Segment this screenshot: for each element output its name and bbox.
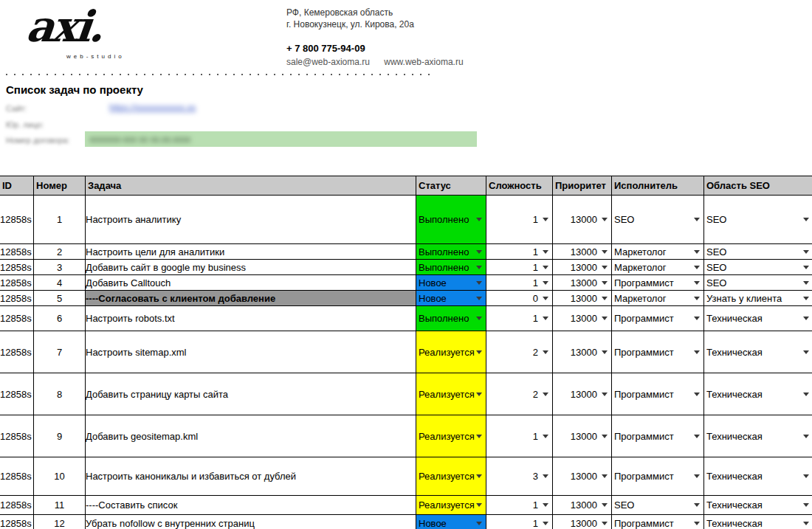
cell-number: 8 <box>34 373 86 415</box>
priority-select[interactable]: 13000 <box>553 496 612 515</box>
assignee-select[interactable]: Программист <box>612 275 704 291</box>
chevron-down-icon <box>543 266 548 269</box>
status-select[interactable]: Реализуется <box>416 373 486 415</box>
assignee-select-content: SEO <box>612 499 703 511</box>
difficulty-select[interactable]: 0 <box>486 291 553 306</box>
seo-area-value: Техническая <box>706 431 763 442</box>
difficulty-value: 1 <box>533 499 538 511</box>
priority-select[interactable]: 13000 <box>553 515 612 529</box>
site-label: Сайт: <box>6 104 27 113</box>
priority-value: 13000 <box>571 246 597 257</box>
assignee-select[interactable]: Маркетолог <box>612 260 704 275</box>
seo-area-select-content: SEO <box>704 262 812 273</box>
assignee-select[interactable]: Программист <box>612 457 704 496</box>
chevron-down-icon <box>602 281 608 285</box>
seo-area-value: Техническая <box>706 518 763 529</box>
chevron-down-icon <box>602 297 608 300</box>
status-select[interactable]: Новое <box>416 275 486 291</box>
difficulty-select-content: 1 <box>486 499 552 511</box>
difficulty-value: 2 <box>533 347 538 358</box>
cell-number: 3 <box>34 260 86 275</box>
difficulty-select[interactable]: 1 <box>486 415 553 457</box>
seo-area-select[interactable]: SEO <box>704 196 812 244</box>
difficulty-select[interactable]: 2 <box>486 331 553 373</box>
status-select-content: Реализуется <box>416 431 486 442</box>
priority-select[interactable]: 13000 <box>553 260 612 275</box>
chevron-down-icon <box>803 435 809 438</box>
chevron-down-icon <box>602 218 608 221</box>
chevron-down-icon <box>543 474 548 478</box>
difficulty-select[interactable]: 2 <box>486 373 553 415</box>
assignee-select[interactable]: Программист <box>612 373 704 415</box>
status-select[interactable]: Новое <box>416 515 486 529</box>
seo-area-select-content: Техническая <box>704 389 812 400</box>
priority-select[interactable]: 13000 <box>553 275 612 291</box>
difficulty-select[interactable]: 1 <box>486 515 553 529</box>
priority-select[interactable]: 13000 <box>553 457 612 496</box>
status-select[interactable]: Реализуется <box>416 331 486 373</box>
seo-area-select[interactable]: Техническая <box>704 415 812 457</box>
assignee-value: Программист <box>614 389 674 400</box>
difficulty-select[interactable]: 1 <box>486 244 553 260</box>
difficulty-select[interactable]: 1 <box>486 196 553 244</box>
difficulty-value: 0 <box>533 293 538 304</box>
status-select[interactable]: Реализуется <box>416 496 486 515</box>
assignee-select[interactable]: SEO <box>612 196 704 244</box>
priority-value: 13000 <box>571 347 597 358</box>
seo-area-select[interactable]: Техническая <box>704 306 812 331</box>
assignee-select[interactable]: Программист <box>612 306 704 331</box>
status-select[interactable]: Реализуется <box>416 457 486 496</box>
site-link-redacted[interactable]: https://xxxxxxxxxxx.xx <box>109 103 196 113</box>
company-email[interactable]: sale@web-axioma.ru <box>286 57 370 67</box>
company-contacts: sale@web-axioma.ru www.web-axioma.ru <box>286 57 464 67</box>
difficulty-select-content: 1 <box>486 313 552 324</box>
priority-select[interactable]: 13000 <box>553 244 612 260</box>
priority-select[interactable]: 13000 <box>553 306 612 331</box>
difficulty-select[interactable]: 3 <box>486 457 553 496</box>
contract-number-box: xxxxxxx-xxx xx xx.xx.xxxx <box>85 131 477 147</box>
assignee-value: Программист <box>614 277 674 288</box>
status-select[interactable]: Выполнено <box>416 244 486 260</box>
assignee-select[interactable]: Программист <box>612 331 704 373</box>
seo-area-select[interactable]: Техническая <box>704 373 812 415</box>
priority-select[interactable]: 13000 <box>553 291 612 306</box>
company-website[interactable]: www.web-axioma.ru <box>384 57 463 67</box>
seo-area-select[interactable]: SEO <box>704 244 812 260</box>
assignee-select[interactable]: SEO <box>612 496 704 515</box>
chevron-down-icon <box>543 435 548 438</box>
assignee-select[interactable]: Программист <box>612 415 704 457</box>
status-value: Реализуется <box>419 471 475 482</box>
difficulty-select[interactable]: 1 <box>486 306 553 331</box>
company-phone: + 7 800 775-94-09 <box>286 43 365 54</box>
difficulty-select[interactable]: 1 <box>486 260 553 275</box>
difficulty-select[interactable]: 1 <box>486 275 553 291</box>
company-address: РФ, Кемеровская область г. Новокузнецк, … <box>286 7 414 30</box>
priority-select[interactable]: 13000 <box>553 196 612 244</box>
status-select[interactable]: Выполнено <box>416 306 486 331</box>
seo-area-value: Техническая <box>706 471 763 482</box>
chevron-down-icon <box>694 297 700 300</box>
seo-area-select[interactable]: SEO <box>704 275 812 291</box>
cell-number: 9 <box>34 415 86 457</box>
status-select[interactable]: Выполнено <box>416 196 486 244</box>
seo-area-select[interactable]: Техническая <box>704 457 812 496</box>
priority-select[interactable]: 13000 <box>553 331 612 373</box>
seo-area-select[interactable]: Техническая <box>704 331 812 373</box>
status-select[interactable]: Выполнено <box>416 260 486 275</box>
assignee-select[interactable]: Программист <box>612 515 704 529</box>
status-select[interactable]: Новое <box>416 291 486 306</box>
assignee-select[interactable]: Маркетолог <box>612 244 704 260</box>
seo-area-select[interactable]: Узнать у клиента <box>704 291 812 306</box>
priority-select-content: 13000 <box>553 389 611 400</box>
priority-select[interactable]: 13000 <box>553 415 612 457</box>
assignee-select[interactable]: Маркетолог <box>612 291 704 306</box>
priority-select[interactable]: 13000 <box>553 373 612 415</box>
priority-select-content: 13000 <box>553 499 611 511</box>
seo-area-select[interactable]: Техническая <box>704 515 812 529</box>
seo-area-select[interactable]: Техническая <box>704 496 812 515</box>
status-select[interactable]: Реализуется <box>416 415 486 457</box>
seo-area-value: Узнать у клиента <box>706 293 782 304</box>
difficulty-select[interactable]: 1 <box>486 496 553 515</box>
seo-area-select[interactable]: SEO <box>704 260 812 275</box>
column-header-2: Номер <box>34 176 86 196</box>
